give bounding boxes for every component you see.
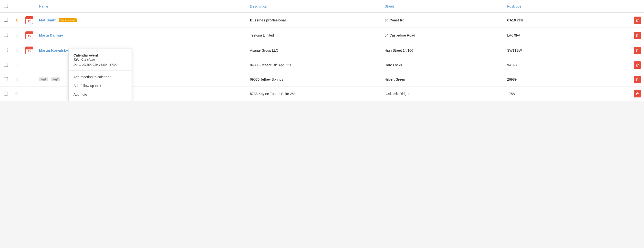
popup-menu-item[interactable]: Add sale xyxy=(68,99,132,101)
row-actions: 🗑 xyxy=(598,61,641,69)
row-calendar-cell xyxy=(22,72,36,87)
context-popup: Calendar eventTitle: Car cleanDate: 23/1… xyxy=(68,48,132,101)
star-icon[interactable]: ☆ xyxy=(14,33,20,38)
popup-menu-item[interactable]: Add meeting to calendar xyxy=(68,73,132,81)
client-name-link[interactable]: Marta Daimny xyxy=(39,33,63,37)
row-star-cell: ☆ xyxy=(11,58,22,72)
header-name: Name xyxy=(36,0,247,13)
row-checkbox[interactable] xyxy=(4,63,8,67)
row-checkbox[interactable] xyxy=(4,77,8,81)
row-star-cell: ☆ xyxy=(11,87,22,101)
client-name-link[interactable]: Martin Kowalsky xyxy=(39,48,68,52)
row-street-cell: Jaskolski Ridges xyxy=(382,87,504,101)
delete-button[interactable]: 🗑 xyxy=(634,47,641,54)
row-calendar-cell xyxy=(22,58,36,72)
row-star-cell: ☆ xyxy=(11,28,22,43)
row-name-cell: Martin KowalskyVIPCalendar eventTitle: C… xyxy=(36,43,247,58)
header-star-cell xyxy=(11,0,22,13)
row-postcode-cell: SW11BW xyxy=(504,43,595,58)
star-icon[interactable]: ☆ xyxy=(14,91,20,97)
contacts-table: Name Description Street Postcode ★22Mat … xyxy=(0,0,644,101)
row-calendar-cell xyxy=(22,87,36,101)
row-name-cell: tag2tag3 xyxy=(36,72,247,87)
row-name-cell xyxy=(36,58,247,72)
client-tag: tag2 xyxy=(39,78,48,81)
row-star-cell: ☆ xyxy=(11,72,22,87)
row-star-cell: ☆ xyxy=(11,43,22,58)
row-action-cell: 🗑 xyxy=(596,28,644,43)
contacts-table-container: Name Description Street Postcode ★22Mat … xyxy=(0,0,644,101)
row-postcode-cell: CA10 7TH xyxy=(504,13,595,28)
header-checkbox-cell xyxy=(0,0,11,13)
row-actions: 🗑 xyxy=(598,90,641,98)
client-badge: Super client xyxy=(58,18,77,22)
row-description-cell: Bussines proffesional xyxy=(247,13,382,28)
header-action xyxy=(596,0,644,13)
row-checkbox-cell xyxy=(0,13,11,28)
delete-button[interactable]: 🗑 xyxy=(634,90,641,98)
select-all-checkbox[interactable] xyxy=(4,4,8,8)
row-description-cell: 69570 Jeffrey Springs xyxy=(247,72,382,87)
delete-button[interactable]: 🗑 xyxy=(634,61,641,69)
row-actions: 🗑 xyxy=(598,32,641,39)
row-calendar-cell: 22 xyxy=(22,13,36,28)
calendar-icon[interactable]: 22 xyxy=(26,16,33,24)
row-description-cell: 5738 Kaylee Tunnel Suite 253 xyxy=(247,87,382,101)
star-icon[interactable]: ☆ xyxy=(14,48,20,53)
row-postcode-cell: 1758 xyxy=(504,87,595,101)
row-action-cell: 🗑 xyxy=(596,87,644,101)
client-tag: tag3 xyxy=(51,78,60,81)
row-name-cell: Marta Daimny xyxy=(36,28,247,43)
row-checkbox[interactable] xyxy=(4,48,8,52)
delete-button[interactable]: 🗑 xyxy=(634,16,641,24)
row-calendar-cell: 23 xyxy=(22,43,36,58)
row-postcode-cell: 26989 xyxy=(504,72,595,87)
header-postcode: Postcode xyxy=(504,0,595,13)
row-description-cell: Asante Group LLC xyxy=(247,43,382,58)
row-action-cell: 🗑 xyxy=(596,58,644,72)
header-cal-cell xyxy=(22,0,36,13)
delete-button[interactable]: 🗑 xyxy=(634,76,641,83)
row-street-cell: 86 Coast Rd xyxy=(382,13,504,28)
header-street: Street xyxy=(382,0,504,13)
table-row: ★22Mat SmithSuper clientBussines proffes… xyxy=(0,13,644,28)
row-action-cell: 🗑 xyxy=(596,43,644,58)
row-street-cell: High Street 14/100 xyxy=(382,43,504,58)
table-row: ☆23Martin KowalskyVIPCalendar eventTitle… xyxy=(0,43,644,58)
row-action-cell: 🗑 xyxy=(596,13,644,28)
row-checkbox[interactable] xyxy=(4,33,8,37)
star-icon[interactable]: ☆ xyxy=(14,62,20,68)
row-checkbox-cell xyxy=(0,43,11,58)
row-description-cell: 04808 Ceasar Isle Apt. 651 xyxy=(247,58,382,72)
delete-button[interactable]: 🗑 xyxy=(634,32,641,39)
row-star-cell: ★ xyxy=(11,13,22,28)
row-checkbox-cell xyxy=(0,28,11,43)
row-action-cell: 🗑 xyxy=(596,72,644,87)
row-checkbox[interactable] xyxy=(4,18,8,22)
row-description-cell: Testoria Limited xyxy=(247,28,382,43)
popup-menu-item[interactable]: Add note xyxy=(68,90,132,99)
row-name-cell: Mat SmithSuper client xyxy=(36,13,247,28)
client-name-link[interactable]: Mat Smith xyxy=(39,18,57,22)
popup-menu-item[interactable]: Add follow up task xyxy=(68,81,132,90)
star-icon[interactable]: ★ xyxy=(14,17,20,23)
popup-subtitle: Title: Car cleanDate: 23/10/2019 16:00 -… xyxy=(74,57,127,67)
row-actions: 🗑 xyxy=(598,16,641,24)
row-checkbox[interactable] xyxy=(4,92,8,96)
popup-title: Calendar event xyxy=(74,53,127,57)
row-name-cell xyxy=(36,87,247,101)
calendar-icon[interactable]: 23 xyxy=(26,31,33,39)
table-body: ★22Mat SmithSuper clientBussines proffes… xyxy=(0,13,644,101)
row-street-cell: Dare Locks xyxy=(382,58,504,72)
row-checkbox-cell xyxy=(0,87,11,101)
row-street-cell: Hilpert Green xyxy=(382,72,504,87)
calendar-icon[interactable]: 23 xyxy=(26,46,33,54)
header-description: Description xyxy=(247,0,382,13)
table-header-row: Name Description Street Postcode xyxy=(0,0,644,13)
star-icon[interactable]: ☆ xyxy=(14,77,20,82)
row-postcode-cell: 94148 xyxy=(504,58,595,72)
row-checkbox-cell xyxy=(0,58,11,72)
row-postcode-cell: LA6 9FA xyxy=(504,28,595,43)
row-actions: 🗑 xyxy=(598,76,641,83)
row-checkbox-cell xyxy=(0,72,11,87)
